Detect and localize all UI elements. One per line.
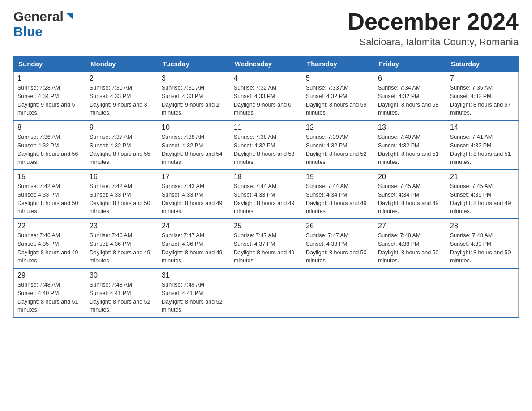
logo-triangle-icon: [64, 12, 74, 21]
day-info: Sunrise: 7:47 AMSunset: 4:36 PMDaylight:…: [162, 232, 223, 264]
day-number: 16: [90, 173, 154, 181]
day-number: 31: [162, 271, 226, 279]
calendar-cell: 21 Sunrise: 7:45 AMSunset: 4:35 PMDaylig…: [446, 170, 519, 219]
day-info: Sunrise: 7:46 AMSunset: 4:36 PMDaylight:…: [90, 232, 150, 264]
header-wednesday: Wednesday: [230, 56, 302, 72]
calendar-cell: 28 Sunrise: 7:48 AMSunset: 4:39 PMDaylig…: [446, 219, 519, 268]
calendar-cell: 14 Sunrise: 7:41 AMSunset: 4:32 PMDaylig…: [446, 120, 519, 170]
calendar-cell: 20 Sunrise: 7:45 AMSunset: 4:34 PMDaylig…: [374, 170, 446, 219]
day-number: 13: [378, 124, 442, 132]
svg-marker-0: [65, 13, 73, 20]
day-number: 8: [17, 124, 82, 132]
day-number: 20: [378, 173, 442, 181]
day-number: 4: [234, 74, 298, 82]
day-info: Sunrise: 7:48 AMSunset: 4:41 PMDaylight:…: [90, 282, 150, 313]
day-info: Sunrise: 7:44 AMSunset: 4:34 PMDaylight:…: [306, 183, 367, 214]
day-info: Sunrise: 7:30 AMSunset: 4:33 PMDaylight:…: [90, 85, 147, 116]
day-info: Sunrise: 7:48 AMSunset: 4:40 PMDaylight:…: [17, 282, 78, 313]
calendar-cell: 4 Sunrise: 7:32 AMSunset: 4:33 PMDayligh…: [230, 72, 302, 121]
day-number: 14: [450, 124, 515, 132]
header-saturday: Saturday: [446, 56, 519, 72]
logo: General Blue: [13, 9, 74, 39]
day-info: Sunrise: 7:47 AMSunset: 4:37 PMDaylight:…: [234, 232, 295, 264]
calendar-cell: 23 Sunrise: 7:46 AMSunset: 4:36 PMDaylig…: [86, 219, 158, 268]
calendar-cell: 9 Sunrise: 7:37 AMSunset: 4:32 PMDayligh…: [86, 120, 158, 170]
day-info: Sunrise: 7:44 AMSunset: 4:33 PMDaylight:…: [234, 183, 295, 214]
calendar-week-1: 1 Sunrise: 7:28 AMSunset: 4:34 PMDayligh…: [14, 72, 519, 121]
day-info: Sunrise: 7:43 AMSunset: 4:33 PMDaylight:…: [162, 183, 223, 214]
calendar-cell: 31 Sunrise: 7:49 AMSunset: 4:41 PMDaylig…: [158, 268, 230, 317]
day-info: Sunrise: 7:33 AMSunset: 4:32 PMDaylight:…: [306, 85, 367, 116]
calendar-cell: 2 Sunrise: 7:30 AMSunset: 4:33 PMDayligh…: [86, 72, 158, 121]
day-number: 29: [17, 271, 82, 279]
day-number: 1: [17, 74, 82, 82]
calendar-cell: 27 Sunrise: 7:48 AMSunset: 4:38 PMDaylig…: [374, 219, 446, 268]
day-info: Sunrise: 7:32 AMSunset: 4:33 PMDaylight:…: [234, 85, 292, 116]
page-header: General Blue December 2024 Salcioara, Ia…: [13, 9, 519, 48]
header-monday: Monday: [86, 56, 158, 72]
title-block: December 2024 Salcioara, Ialomita County…: [348, 9, 519, 48]
header-thursday: Thursday: [302, 56, 374, 72]
calendar-week-4: 22 Sunrise: 7:46 AMSunset: 4:35 PMDaylig…: [14, 219, 519, 268]
logo-general-text: General: [13, 9, 64, 24]
calendar-cell: 1 Sunrise: 7:28 AMSunset: 4:34 PMDayligh…: [14, 72, 86, 121]
day-number: 24: [162, 222, 226, 230]
day-number: 21: [450, 173, 515, 181]
day-number: 3: [162, 74, 226, 82]
day-number: 17: [162, 173, 226, 181]
day-info: Sunrise: 7:40 AMSunset: 4:32 PMDaylight:…: [378, 134, 439, 165]
day-info: Sunrise: 7:48 AMSunset: 4:38 PMDaylight:…: [378, 232, 439, 264]
calendar-cell: 12 Sunrise: 7:39 AMSunset: 4:32 PMDaylig…: [302, 120, 374, 170]
calendar-cell: 8 Sunrise: 7:36 AMSunset: 4:32 PMDayligh…: [14, 120, 86, 170]
calendar-cell: 16 Sunrise: 7:42 AMSunset: 4:33 PMDaylig…: [86, 170, 158, 219]
day-number: 22: [17, 222, 82, 230]
header-tuesday: Tuesday: [158, 56, 230, 72]
calendar-cell: 19 Sunrise: 7:44 AMSunset: 4:34 PMDaylig…: [302, 170, 374, 219]
calendar-cell: 24 Sunrise: 7:47 AMSunset: 4:36 PMDaylig…: [158, 219, 230, 268]
day-info: Sunrise: 7:37 AMSunset: 4:32 PMDaylight:…: [90, 134, 150, 165]
day-number: 12: [306, 124, 370, 132]
calendar-cell: 5 Sunrise: 7:33 AMSunset: 4:32 PMDayligh…: [302, 72, 374, 121]
day-number: 7: [450, 74, 515, 82]
day-info: Sunrise: 7:36 AMSunset: 4:32 PMDaylight:…: [17, 134, 78, 165]
calendar-cell: 17 Sunrise: 7:43 AMSunset: 4:33 PMDaylig…: [158, 170, 230, 219]
day-info: Sunrise: 7:45 AMSunset: 4:34 PMDaylight:…: [378, 183, 439, 214]
calendar-body: 1 Sunrise: 7:28 AMSunset: 4:34 PMDayligh…: [14, 72, 519, 318]
day-number: 27: [378, 222, 442, 230]
day-number: 30: [90, 271, 154, 279]
calendar-cell: 29 Sunrise: 7:48 AMSunset: 4:40 PMDaylig…: [14, 268, 86, 317]
day-info: Sunrise: 7:47 AMSunset: 4:38 PMDaylight:…: [306, 232, 367, 264]
day-number: 5: [306, 74, 370, 82]
calendar-table: Sunday Monday Tuesday Wednesday Thursday…: [13, 56, 519, 318]
calendar-cell: 25 Sunrise: 7:47 AMSunset: 4:37 PMDaylig…: [230, 219, 302, 268]
day-number: 18: [234, 173, 298, 181]
calendar-cell: 15 Sunrise: 7:42 AMSunset: 4:33 PMDaylig…: [14, 170, 86, 219]
calendar-header: Sunday Monday Tuesday Wednesday Thursday…: [14, 56, 519, 72]
calendar-week-3: 15 Sunrise: 7:42 AMSunset: 4:33 PMDaylig…: [14, 170, 519, 219]
day-info: Sunrise: 7:48 AMSunset: 4:39 PMDaylight:…: [450, 232, 511, 264]
day-info: Sunrise: 7:28 AMSunset: 4:34 PMDaylight:…: [17, 85, 75, 116]
day-info: Sunrise: 7:38 AMSunset: 4:32 PMDaylight:…: [234, 134, 295, 165]
day-info: Sunrise: 7:35 AMSunset: 4:32 PMDaylight:…: [450, 85, 511, 116]
day-info: Sunrise: 7:42 AMSunset: 4:33 PMDaylight:…: [90, 183, 150, 214]
day-info: Sunrise: 7:38 AMSunset: 4:32 PMDaylight:…: [162, 134, 223, 165]
header-friday: Friday: [374, 56, 446, 72]
logo-blue-text: Blue: [13, 24, 43, 39]
day-number: 15: [17, 173, 82, 181]
calendar-cell: 7 Sunrise: 7:35 AMSunset: 4:32 PMDayligh…: [446, 72, 519, 121]
calendar-cell: 13 Sunrise: 7:40 AMSunset: 4:32 PMDaylig…: [374, 120, 446, 170]
day-number: 10: [162, 124, 226, 132]
day-number: 19: [306, 173, 370, 181]
calendar-cell: 10 Sunrise: 7:38 AMSunset: 4:32 PMDaylig…: [158, 120, 230, 170]
day-info: Sunrise: 7:34 AMSunset: 4:32 PMDaylight:…: [378, 85, 439, 116]
header-sunday: Sunday: [14, 56, 86, 72]
day-number: 11: [234, 124, 298, 132]
day-info: Sunrise: 7:31 AMSunset: 4:33 PMDaylight:…: [162, 85, 219, 116]
day-number: 6: [378, 74, 442, 82]
calendar-cell: 22 Sunrise: 7:46 AMSunset: 4:35 PMDaylig…: [14, 219, 86, 268]
calendar-cell: 30 Sunrise: 7:48 AMSunset: 4:41 PMDaylig…: [86, 268, 158, 317]
day-info: Sunrise: 7:39 AMSunset: 4:32 PMDaylight:…: [306, 134, 367, 165]
calendar-cell: 6 Sunrise: 7:34 AMSunset: 4:32 PMDayligh…: [374, 72, 446, 121]
calendar-cell: [230, 268, 302, 317]
day-info: Sunrise: 7:45 AMSunset: 4:35 PMDaylight:…: [450, 183, 511, 214]
